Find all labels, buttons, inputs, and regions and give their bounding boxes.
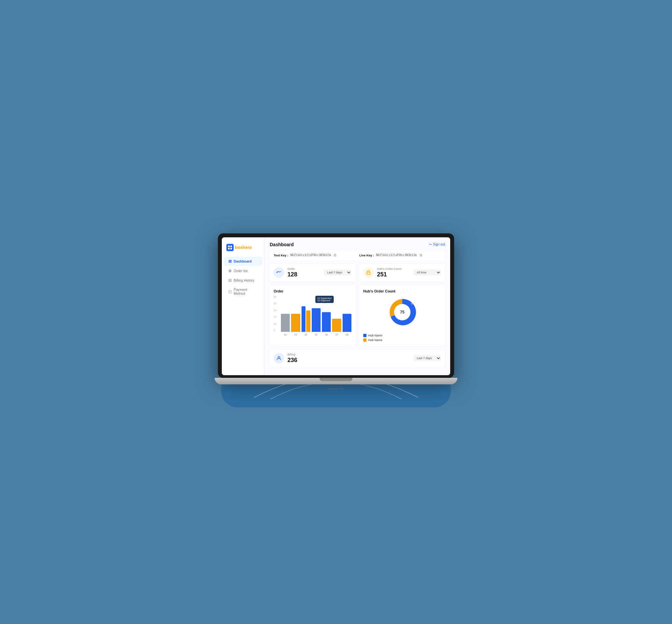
order-stat-icon: [274, 267, 284, 278]
page-title: Dashboard: [270, 242, 294, 247]
sidebar-item-order-list[interactable]: ⊕ Order list: [224, 266, 262, 276]
bar: [291, 314, 300, 332]
hubs-order-stat-info: Hub's Order Count 251: [377, 267, 410, 278]
bar-group-22: [281, 314, 290, 332]
svg-point-0: [277, 272, 277, 273]
bar-chart: 30 25 20 15 10 5: [274, 296, 351, 338]
legend-item-2: Hub Name: [363, 338, 382, 342]
dashboard-icon: ⊞: [229, 259, 232, 264]
bar-group-25: [312, 308, 321, 332]
bar-chart-card: Order 30 25 20 15 10: [270, 285, 355, 346]
copy-live-key-icon[interactable]: ⧉: [420, 253, 422, 257]
bar-group-27: [332, 319, 341, 332]
hubs-order-stat-dropdown[interactable]: All time Last 7 days Last 30 days: [413, 269, 441, 276]
laptop-base: [215, 378, 457, 384]
logo-area: boxhero: [222, 241, 264, 256]
pie-chart-card: Hub's Order Count: [359, 285, 445, 346]
top-bar: Dashboard ↪ Sign out: [270, 242, 445, 247]
order-list-icon: ⊕: [229, 268, 232, 273]
bar: [306, 311, 311, 332]
bar: [301, 306, 306, 332]
logo-text: boxhero: [235, 245, 252, 250]
billing-stat-card: Billing 236 Last 7 days Last 30 days All…: [270, 349, 445, 367]
pie-chart-wrapper: 75 25: [386, 296, 419, 329]
billing-stat-dropdown[interactable]: Last 7 days Last 30 days All time: [413, 355, 441, 361]
svg-text:25: 25: [411, 302, 414, 305]
svg-text:75: 75: [400, 310, 405, 314]
legend-dot-orange: [363, 338, 367, 342]
laptop-brand-label: MacBook Pro: [328, 387, 344, 390]
billing-stat-icon: [274, 353, 284, 363]
stats-row: Order 128 Last 7 days Last 30 days All t…: [270, 264, 445, 281]
bar: [343, 314, 351, 332]
charts-row: Order 30 25 20 15 10: [270, 285, 445, 346]
legend-dot-blue: [363, 334, 367, 337]
bar: [332, 319, 341, 332]
svg-point-6: [278, 357, 280, 359]
payment-method-icon: ◻: [229, 289, 232, 294]
sidebar-item-billing-history[interactable]: ⊟ Billing History: [224, 276, 262, 285]
logo-icon: [226, 244, 234, 251]
pie-legend: Hub Name Hub Name: [363, 334, 382, 342]
laptop: boxhero ⊞ Dashboard ⊕ Order list ⊟ Billi…: [215, 233, 457, 391]
bar-group-28: [343, 314, 351, 332]
bar-group-26: [322, 312, 331, 332]
sidebar-item-dashboard[interactable]: ⊞ Dashboard: [224, 257, 262, 266]
bar-group-24: [301, 306, 311, 332]
sidebar: boxhero ⊞ Dashboard ⊕ Order list ⊟ Billi…: [222, 237, 265, 375]
order-stat-card: Order 128 Last 7 days Last 30 days All t…: [270, 264, 355, 281]
test-key-item: Test Key : NDZlbGtz3JldF8hc3N3b3Jk ⧉: [274, 253, 355, 257]
sign-out-icon: ↪: [429, 242, 431, 246]
main-content: Dashboard ↪ Sign out Test Key : NDZlbGtz…: [265, 237, 450, 375]
billing-history-icon: ⊟: [229, 278, 232, 283]
live-key-item: Live Key : NDZlbGtz3JldF8hc3N3b3Jk ⧉: [359, 253, 441, 257]
svg-rect-1: [367, 272, 370, 275]
laptop-notch: [320, 378, 352, 381]
pie-chart-title: Hub's Order Count: [363, 289, 441, 293]
bar-labels: 22 23 24 25 26 27 28: [281, 333, 351, 336]
hubs-order-stat-card: Hub's Order Count 251 All time Last 7 da…: [359, 264, 445, 281]
pie-chart-container: 75 25 Hub Name: [363, 296, 441, 342]
billing-stat-info: Billing 236: [288, 353, 410, 364]
api-keys-row: Test Key : NDZlbGtz3JldF8hc3N3b3Jk ⧉ Liv…: [270, 251, 445, 260]
order-stat-dropdown[interactable]: Last 7 days Last 30 days All time: [324, 269, 351, 276]
bar-group-23: [291, 314, 300, 332]
bar: [322, 312, 331, 332]
laptop-screen: boxhero ⊞ Dashboard ⊕ Order list ⊟ Billi…: [222, 237, 450, 375]
bar-chart-title: Order: [274, 289, 351, 293]
hubs-order-stat-icon: [363, 267, 374, 278]
pie-chart-svg: 75 25: [386, 296, 419, 329]
chart-tooltip: 24 September 20 Shipment: [315, 296, 334, 303]
bar: [281, 314, 290, 332]
bar: [312, 308, 321, 332]
sign-out-button[interactable]: ↪ Sign out: [429, 242, 445, 246]
legend-item-1: Hub Name: [363, 334, 382, 337]
sidebar-item-payment-method[interactable]: ◻ Payment Method: [224, 285, 262, 298]
scene: ✳: [208, 217, 464, 407]
copy-test-key-icon[interactable]: ⧉: [334, 253, 336, 257]
order-stat-info: Order 128: [288, 267, 321, 278]
laptop-bezel: boxhero ⊞ Dashboard ⊕ Order list ⊟ Billi…: [218, 233, 454, 378]
